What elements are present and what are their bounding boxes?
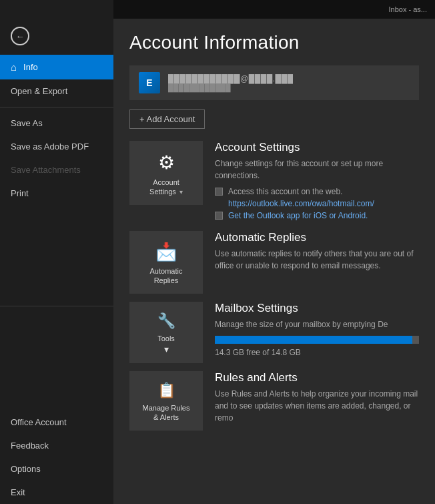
account-email-bar: E ████████████@████.███ ████████████ xyxy=(129,65,419,100)
rules-alerts-icon-label: Manage Rules& Alerts xyxy=(143,403,190,423)
sidebar-item-label: Options xyxy=(11,464,41,474)
sidebar-item-label: Save Attachments xyxy=(11,165,81,175)
automatic-replies-title: Automatic Replies xyxy=(215,231,419,244)
automatic-replies-details: Automatic Replies Use automatic replies … xyxy=(203,231,419,277)
rules-alerts-section: 📋 Manage Rules& Alerts Rules and Alerts … xyxy=(129,371,419,431)
account-email-addr: ████████████@████.███ xyxy=(168,74,294,83)
sidebar-item-label: Save as Adobe PDF xyxy=(11,142,89,152)
account-settings-icon-box[interactable]: ⚙ AccountSettings ▾ xyxy=(129,141,203,205)
sidebar-item-label: Feedback xyxy=(11,441,49,451)
rules-alerts-icon-box[interactable]: 📋 Manage Rules& Alerts xyxy=(129,371,203,431)
account-settings-icon: ⚙ xyxy=(158,152,175,174)
ios-android-link-row: Get the Outlook app for iOS or Android. xyxy=(215,211,419,220)
home-icon: ⌂ xyxy=(11,61,17,73)
ios-android-checkbox xyxy=(215,212,223,220)
sidebar-item-print[interactable]: Print xyxy=(0,182,113,205)
sidebar-item-feedback[interactable]: Feedback xyxy=(0,434,113,457)
main-content: Account Information E ████████████@████.… xyxy=(113,19,435,504)
account-settings-icon-label: AccountSettings ▾ xyxy=(149,178,183,197)
mailbox-settings-details: Mailbox Settings Manage the size of your… xyxy=(203,302,419,357)
mailbox-progress-bar xyxy=(215,336,419,344)
automatic-replies-icon-box[interactable]: 📩 AutomaticReplies xyxy=(129,231,203,294)
back-icon: ← xyxy=(11,27,29,45)
outlook-url-link[interactable]: https://outlook.live.com/owa/hotmail.com… xyxy=(228,199,374,208)
account-settings-section: ⚙ AccountSettings ▾ Account Settings Cha… xyxy=(129,141,419,223)
mailbox-progress-fill xyxy=(215,336,412,344)
sidebar-item-options[interactable]: Options xyxy=(0,457,113,481)
sidebar-item-label: Exit xyxy=(11,487,25,497)
sidebar-item-save-as[interactable]: Save As xyxy=(0,111,113,135)
back-button[interactable]: ← xyxy=(0,0,113,55)
tools-icon: 🔧 xyxy=(157,312,175,330)
sidebar-item-label: Info xyxy=(23,62,38,72)
account-settings-desc: Change settings for this account or set … xyxy=(215,158,419,182)
sidebar-item-label: Print xyxy=(11,188,29,198)
tools-icon-label: Tools▾ xyxy=(157,334,175,355)
rules-alerts-details: Rules and Alerts Use Rules and Alerts to… xyxy=(203,371,419,429)
sidebar-item-save-attachments: Save Attachments xyxy=(0,158,113,182)
automatic-replies-icon: 📩 xyxy=(155,242,177,262)
access-web-checkbox xyxy=(215,188,223,196)
page-title: Account Information xyxy=(129,32,419,53)
sidebar-item-label: Open & Export xyxy=(11,86,67,96)
sidebar-item-label: Office Account xyxy=(11,417,67,427)
mailbox-settings-desc: Manage the size of your mailbox by empty… xyxy=(215,318,419,330)
chevron-icon: ▾ xyxy=(179,188,183,196)
mailbox-settings-icon-box[interactable]: 🔧 Tools▾ xyxy=(129,302,203,363)
account-settings-details: Account Settings Change settings for thi… xyxy=(203,141,419,223)
automatic-replies-desc: Use automatic replies to notify others t… xyxy=(215,248,419,272)
sidebar-item-exit[interactable]: Exit xyxy=(0,481,113,504)
inbox-label: Inbox - as... xyxy=(389,5,427,13)
account-email-text: ████████████@████.███ ████████████ xyxy=(168,74,294,91)
outlook-url-row: https://outlook.live.com/owa/hotmail.com… xyxy=(215,199,419,208)
rules-alerts-desc: Use Rules and Alerts to help organize yo… xyxy=(215,388,419,424)
access-web-label: Access this account on the web. xyxy=(228,187,342,196)
mailbox-size-text: 14.3 GB free of 14.8 GB xyxy=(215,348,419,357)
automatic-replies-icon-label: AutomaticReplies xyxy=(150,266,183,286)
sidebar-item-info[interactable]: ⌂ Info xyxy=(0,55,113,79)
rules-alerts-icon: 📋 xyxy=(157,382,175,399)
ios-android-link[interactable]: Get the Outlook app for iOS or Android. xyxy=(228,211,368,220)
mailbox-settings-section: 🔧 Tools▾ Mailbox Settings Manage the siz… xyxy=(129,302,419,363)
sidebar-item-save-adobe[interactable]: Save as Adobe PDF xyxy=(0,135,113,158)
account-name: ████████████ xyxy=(168,83,294,91)
sidebar-item-office-account[interactable]: Office Account xyxy=(0,411,113,434)
automatic-replies-section: 📩 AutomaticReplies Automatic Replies Use… xyxy=(129,231,419,294)
sidebar: ← ⌂ Info Open & Export Save As Save as A… xyxy=(0,0,113,504)
sidebar-item-label: Save As xyxy=(11,118,43,128)
rules-alerts-title: Rules and Alerts xyxy=(215,371,419,385)
add-account-button[interactable]: + Add Account xyxy=(129,109,205,129)
exchange-icon: E xyxy=(139,72,160,93)
sidebar-item-open-export[interactable]: Open & Export xyxy=(0,79,113,103)
mailbox-settings-title: Mailbox Settings xyxy=(215,302,419,315)
account-web-link-row: Access this account on the web. xyxy=(215,187,419,196)
account-settings-title: Account Settings xyxy=(215,141,419,154)
